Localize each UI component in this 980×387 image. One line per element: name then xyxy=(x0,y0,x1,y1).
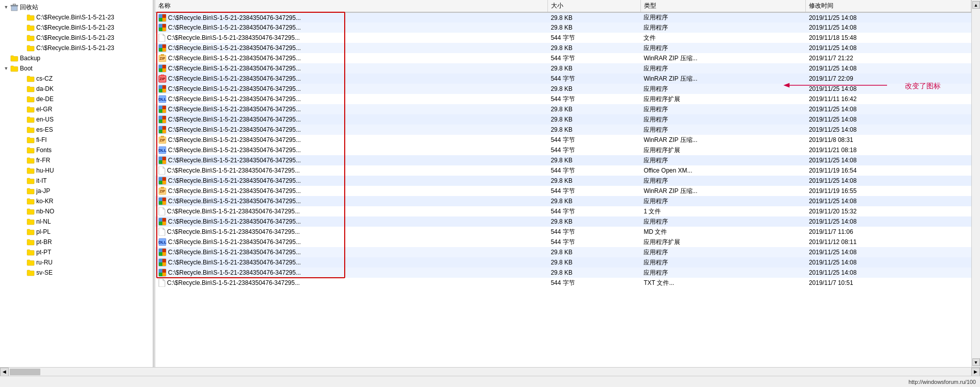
tree-item-cs-CZ[interactable]: cs-CZ xyxy=(0,74,153,84)
table-row[interactable]: C:\$Recycle.Bin\S-1-5-21-2384350476-3472… xyxy=(155,125,971,135)
table-row[interactable]: C:\$Recycle.Bin\S-1-5-21-2384350476-3472… xyxy=(155,12,971,22)
tree-toggle-es-ES[interactable] xyxy=(18,126,27,134)
table-row[interactable]: C:\$Recycle.Bin\S-1-5-21-2384350476-3472… xyxy=(155,33,971,43)
file-name-cell: C:\$Recycle.Bin\S-1-5-21-2384350476-3472… xyxy=(155,155,547,165)
tree-toggle-Fonts[interactable] xyxy=(18,146,27,154)
table-row[interactable]: ZIPC:\$Recycle.Bin\S-1-5-21-2384350476-3… xyxy=(155,135,971,145)
tree-item-hu-HU[interactable]: hu-HU xyxy=(0,165,153,176)
tree-toggle-it-IT[interactable] xyxy=(18,177,27,185)
file-modified: 2019/11/25 14:08 xyxy=(806,104,971,114)
tree-toggle-recycle-sub2[interactable] xyxy=(18,23,27,32)
tree-toggle-ru-RU[interactable] xyxy=(18,258,27,267)
tree-item-en-US[interactable]: en-US xyxy=(0,114,153,125)
tree-toggle-recycle-sub4[interactable] xyxy=(18,44,27,52)
table-row[interactable]: DLLC:\$Recycle.Bin\S-1-5-21-2384350476-3… xyxy=(155,237,971,247)
tree-toggle-da-DK[interactable] xyxy=(18,85,27,93)
file-type: 应用程序 xyxy=(640,12,806,22)
table-row[interactable]: C:\$Recycle.Bin\S-1-5-21-2384350476-3472… xyxy=(155,257,971,268)
tree-toggle-recycle-sub1[interactable] xyxy=(18,13,27,21)
table-row[interactable]: C:\$Recycle.Bin\S-1-5-21-2384350476-3472… xyxy=(155,165,971,176)
tree-toggle-ja-JP[interactable] xyxy=(18,187,27,195)
tree-item-es-ES[interactable]: es-ES xyxy=(0,125,153,135)
tree-toggle-pt-PT[interactable] xyxy=(18,248,27,256)
tree-item-ru-RU[interactable]: ru-RU xyxy=(0,257,153,268)
table-row[interactable]: C:\$Recycle.Bin\S-1-5-21-2384350476-3472… xyxy=(155,84,971,94)
right-scrollbar[interactable]: ▲ ▼ xyxy=(971,0,980,367)
tree-item-Fonts[interactable]: Fonts xyxy=(0,145,153,155)
tree-item-nl-NL[interactable]: nl-NL xyxy=(0,216,153,227)
table-row[interactable]: DLLC:\$Recycle.Bin\S-1-5-21-2384350476-3… xyxy=(155,94,971,104)
table-row[interactable]: ZIPC:\$Recycle.Bin\S-1-5-21-2384350476-3… xyxy=(155,186,971,196)
file-size: 544 字节 xyxy=(547,165,640,176)
tree-toggle-hu-HU[interactable] xyxy=(18,166,27,175)
table-row[interactable]: C:\$Recycle.Bin\S-1-5-21-2384350476-3472… xyxy=(155,63,971,74)
tree-item-sv-SE[interactable]: sv-SE xyxy=(0,268,153,278)
tree-item-da-DK[interactable]: da-DK xyxy=(0,84,153,94)
table-row[interactable]: C:\$Recycle.Bin\S-1-5-21-2384350476-3472… xyxy=(155,22,971,33)
tree-toggle-fr-FR[interactable] xyxy=(18,156,27,164)
tree-item-recycle-sub3[interactable]: C:\$Recycle.Bin\S-1-5-21-23 xyxy=(0,33,153,43)
h-scroll-right-btn[interactable]: ▶ xyxy=(971,368,980,376)
tree-toggle-en-US[interactable] xyxy=(18,115,27,124)
tree-item-ko-KR[interactable]: ko-KR xyxy=(0,196,153,206)
tree-item-pl-PL[interactable]: pl-PL xyxy=(0,227,153,237)
tree-item-nb-NO[interactable]: nb-NO xyxy=(0,206,153,216)
table-row[interactable]: DLLC:\$Recycle.Bin\S-1-5-21-2384350476-3… xyxy=(155,145,971,155)
tree-item-fi-FI[interactable]: fi-FI xyxy=(0,135,153,145)
file-panel[interactable]: 名称 大小 类型 修改时间 C:\$R xyxy=(155,0,971,288)
tree-toggle-de-DE[interactable] xyxy=(18,95,27,103)
tree-item-recycle-sub4[interactable]: C:\$Recycle.Bin\S-1-5-21-23 xyxy=(0,43,153,53)
h-scroll-thumb[interactable] xyxy=(10,369,40,375)
tree-item-recycle-sub1[interactable]: C:\$Recycle.Bin\S-1-5-21-23 xyxy=(0,12,153,22)
tree-toggle-el-GR[interactable] xyxy=(18,105,27,113)
tree-item-pt-BR[interactable]: pt-BR xyxy=(0,237,153,247)
tree-toggle-boot[interactable]: ▼ xyxy=(2,64,10,72)
col-header-modified[interactable]: 修改时间 xyxy=(806,0,971,12)
tree-toggle-backup[interactable] xyxy=(2,54,10,62)
tree-item-el-GR[interactable]: el-GR xyxy=(0,104,153,114)
tree-toggle-fi-FI[interactable] xyxy=(18,136,27,144)
table-row[interactable]: C:\$Recycle.Bin\S-1-5-21-2384350476-3472… xyxy=(155,278,971,288)
tree-toggle-nl-NL[interactable] xyxy=(18,217,27,226)
tree-item-boot[interactable]: ▼Boot xyxy=(0,63,153,74)
col-header-size[interactable]: 大小 xyxy=(547,0,640,12)
table-row[interactable]: C:\$Recycle.Bin\S-1-5-21-2384350476-3472… xyxy=(155,155,971,165)
file-name-cell: C:\$Recycle.Bin\S-1-5-21-2384350476-3472… xyxy=(155,104,547,114)
tree-toggle-recycle-sub3[interactable] xyxy=(18,34,27,42)
table-row[interactable]: C:\$Recycle.Bin\S-1-5-21-2384350476-3472… xyxy=(155,43,971,53)
tree-toggle-ko-KR[interactable] xyxy=(18,197,27,205)
table-row[interactable]: C:\$Recycle.Bin\S-1-5-21-2384350476-3472… xyxy=(155,216,971,227)
tree-panel[interactable]: ▼回收站C:\$Recycle.Bin\S-1-5-21-23C:\$Recyc… xyxy=(0,0,153,367)
table-row[interactable]: C:\$Recycle.Bin\S-1-5-21-2384350476-3472… xyxy=(155,196,971,206)
scroll-down-btn[interactable]: ▼ xyxy=(972,358,980,366)
tree-item-ja-JP[interactable]: ja-JP xyxy=(0,186,153,196)
tree-item-recycle-sub2[interactable]: C:\$Recycle.Bin\S-1-5-21-23 xyxy=(0,22,153,33)
table-row[interactable]: ZIPC:\$Recycle.Bin\S-1-5-21-2384350476-3… xyxy=(155,74,971,84)
tree-toggle-recycle[interactable]: ▼ xyxy=(2,3,10,11)
table-row[interactable]: C:\$Recycle.Bin\S-1-5-21-2384350476-3472… xyxy=(155,206,971,216)
tree-toggle-sv-SE[interactable] xyxy=(18,269,27,277)
tree-item-pt-PT[interactable]: pt-PT xyxy=(0,247,153,257)
tree-item-fr-FR[interactable]: fr-FR xyxy=(0,155,153,165)
tree-item-de-DE[interactable]: de-DE xyxy=(0,94,153,104)
scroll-up-btn[interactable]: ▲ xyxy=(972,1,980,9)
table-row[interactable]: C:\$Recycle.Bin\S-1-5-21-2384350476-3472… xyxy=(155,227,971,237)
table-row[interactable]: C:\$Recycle.Bin\S-1-5-21-2384350476-3472… xyxy=(155,268,971,278)
tree-toggle-pt-BR[interactable] xyxy=(18,238,27,246)
h-scroll-left-btn[interactable]: ◀ xyxy=(0,368,9,376)
table-row[interactable]: C:\$Recycle.Bin\S-1-5-21-2384350476-3472… xyxy=(155,247,971,257)
tree-toggle-pl-PL[interactable] xyxy=(18,228,27,236)
table-row[interactable]: C:\$Recycle.Bin\S-1-5-21-2384350476-3472… xyxy=(155,104,971,114)
col-header-name[interactable]: 名称 xyxy=(155,0,547,12)
tree-item-it-IT[interactable]: it-IT xyxy=(0,176,153,186)
col-header-type[interactable]: 类型 xyxy=(640,0,806,12)
table-row[interactable]: C:\$Recycle.Bin\S-1-5-21-2384350476-3472… xyxy=(155,114,971,125)
tree-item-backup[interactable]: Backup xyxy=(0,53,153,63)
file-icon-app xyxy=(158,44,166,52)
table-row[interactable]: C:\$Recycle.Bin\S-1-5-21-2384350476-3472… xyxy=(155,176,971,186)
tree-toggle-cs-CZ[interactable] xyxy=(18,75,27,83)
tree-item-recycle[interactable]: ▼回收站 xyxy=(0,2,153,12)
table-row[interactable]: ZIPC:\$Recycle.Bin\S-1-5-21-2384350476-3… xyxy=(155,53,971,63)
tree-toggle-nb-NO[interactable] xyxy=(18,207,27,215)
file-type: 应用程序 xyxy=(640,104,806,114)
